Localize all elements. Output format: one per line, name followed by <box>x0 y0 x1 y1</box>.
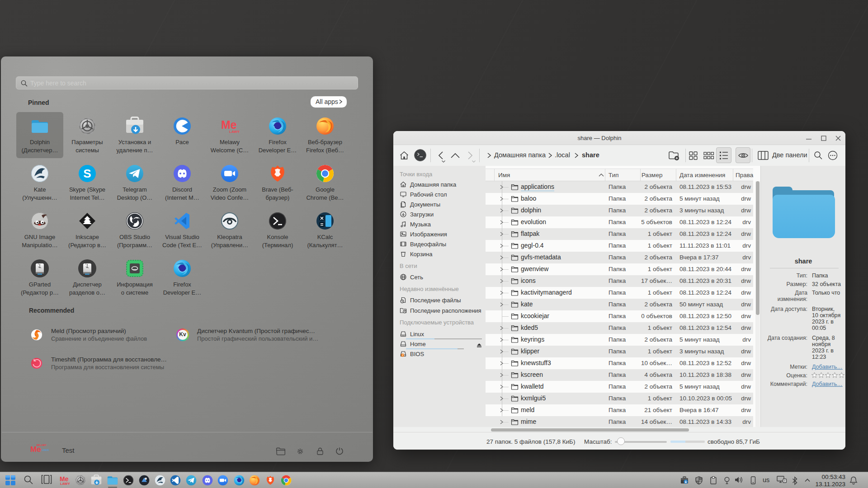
svg-text:S: S <box>83 167 91 180</box>
svg-text:LAWY: LAWY <box>60 482 70 486</box>
svg-text:Me: Me <box>221 118 237 131</box>
svg-text:LAWY: LAWY <box>229 130 240 134</box>
